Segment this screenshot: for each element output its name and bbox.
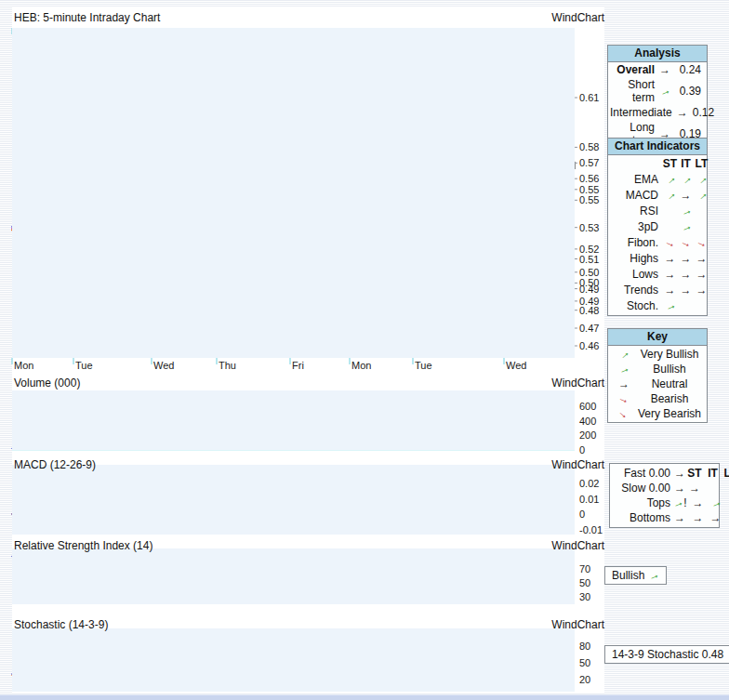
price-axis-label: 0.53 bbox=[579, 222, 599, 233]
bullish-arrow-icon: → bbox=[679, 219, 694, 234]
neutral-arrow-icon: → bbox=[677, 107, 688, 118]
key-row: →Bearish bbox=[608, 392, 707, 405]
windchart-brand-macd: WindChart bbox=[551, 458, 604, 471]
indicator-column-header: ST bbox=[662, 157, 678, 170]
neutral-arrow-icon: → bbox=[693, 512, 704, 523]
chart-indicators-header: Chart Indicators bbox=[608, 139, 707, 155]
neutral-arrow-icon: → bbox=[681, 269, 692, 280]
indicator-cell: → bbox=[694, 268, 709, 281]
price-axis-label: 0.57 bbox=[579, 157, 599, 168]
price-axis-label: 0.55 bbox=[579, 194, 599, 205]
stoch-axis-label: 20 bbox=[579, 674, 590, 685]
volume-axis-label: 0 bbox=[579, 444, 585, 456]
key-row: →Bullish bbox=[608, 363, 707, 376]
macd-plot-area[interactable] bbox=[12, 465, 575, 535]
macd-info-label: Slow 0.00 bbox=[615, 482, 670, 495]
price-axis-label: 0.51 bbox=[579, 254, 599, 265]
neutral-arrow-icon: → bbox=[689, 482, 700, 494]
main-price-plot-area[interactable] bbox=[12, 28, 575, 358]
key-arrow-cell: → bbox=[612, 348, 636, 361]
indicator-cell: → bbox=[662, 189, 678, 202]
x-axis-label: Wed bbox=[506, 360, 526, 371]
bearish-arrow-icon: → bbox=[663, 235, 678, 250]
macd-info-cell: IT bbox=[708, 467, 718, 480]
neutral-arrow-icon: → bbox=[696, 284, 708, 296]
indicator-cell: → bbox=[662, 268, 678, 281]
windchart-brand-volume: WindChart bbox=[551, 376, 604, 390]
indicator-row-label: RSI bbox=[610, 205, 662, 218]
key-arrow-cell: → bbox=[612, 407, 636, 420]
windchart-brand-stoch: WindChart bbox=[551, 618, 604, 631]
macd-info-label: Fast 0.00 bbox=[615, 467, 670, 480]
price-axis-label: 0.46 bbox=[579, 340, 599, 351]
indicator-cell: → bbox=[662, 252, 678, 265]
neutral-arrow-icon: → bbox=[618, 378, 630, 390]
price-axis-label: 0.56 bbox=[579, 173, 599, 184]
macd-info-row: Tops→!→→ bbox=[610, 495, 719, 510]
indicator-cell: → bbox=[694, 252, 709, 265]
analysis-row: Short term→0.39 bbox=[608, 77, 707, 105]
rsi-plot-area[interactable] bbox=[12, 548, 575, 604]
price-axis-label: 0.50 bbox=[579, 267, 599, 278]
analysis-row-label: Overall bbox=[610, 63, 655, 76]
stochastic-plot-area[interactable] bbox=[12, 628, 575, 692]
neutral-arrow-icon: → bbox=[710, 512, 722, 523]
stoch-status-label: 14-3-9 Stochastic 0.48 bbox=[612, 648, 723, 661]
macd-info-cell: →! bbox=[672, 496, 686, 509]
macd-info-row: Fast 0.00→STITLT bbox=[610, 466, 719, 481]
neutral-arrow-icon: → bbox=[696, 269, 708, 280]
rsi-axis-label: 70 bbox=[579, 563, 590, 575]
key-arrow-cell: → bbox=[612, 363, 636, 376]
volume-plot-area[interactable] bbox=[12, 390, 575, 450]
indicator-cell: → bbox=[694, 284, 709, 297]
indicator-cell: → bbox=[694, 189, 709, 202]
x-axis-label: Fri bbox=[292, 360, 304, 371]
bullish-arrow-icon: → bbox=[663, 298, 678, 313]
volume-panel-title: Volume (000) bbox=[14, 376, 80, 390]
key-arrow-cell: → bbox=[612, 392, 636, 405]
macd-info-row: Slow 0.00→→ bbox=[610, 481, 719, 495]
analysis-row: Overall→0.24 bbox=[608, 62, 707, 77]
neutral-arrow-icon: → bbox=[659, 64, 670, 75]
indicator-row-label: Stoch. bbox=[610, 299, 662, 312]
very-bearish-arrow-icon: → bbox=[616, 406, 632, 422]
indicator-cell: → bbox=[662, 173, 678, 186]
indicator-row-label: 3pD bbox=[610, 220, 662, 233]
indicator-row-label: MACD bbox=[610, 189, 662, 202]
neutral-arrow-icon: → bbox=[674, 482, 685, 494]
indicator-column-header: IT bbox=[678, 157, 694, 170]
key-label: Very Bullish bbox=[636, 348, 703, 361]
bearish-arrow-icon: → bbox=[679, 235, 694, 250]
indicator-cell: → bbox=[678, 205, 694, 218]
indicator-cell: → bbox=[662, 236, 678, 249]
macd-info-cells: →!→→ bbox=[670, 496, 724, 509]
windchart-page: HEB: 5-minute Intraday Chart WindChart V… bbox=[0, 0, 729, 700]
neutral-arrow-icon: → bbox=[665, 269, 676, 280]
indicator-row-label: Lows bbox=[610, 268, 662, 281]
bullish-arrow-icon: → bbox=[657, 84, 672, 99]
macd-info-label: Bottoms bbox=[615, 511, 670, 524]
key-box: Key →Very Bullish→Bullish→Neutral→Bearis… bbox=[607, 328, 708, 423]
bullish-arrow-icon: → bbox=[679, 204, 694, 218]
indicator-cell: → bbox=[694, 236, 709, 249]
indicator-cell: → bbox=[678, 220, 694, 233]
very-bullish-arrow-icon: → bbox=[662, 188, 678, 204]
very-bullish-arrow-icon: → bbox=[678, 172, 694, 188]
indicator-cell: → bbox=[678, 236, 694, 249]
neutral-arrow-icon: → bbox=[681, 190, 692, 201]
macd-info-cell: LT bbox=[724, 467, 729, 480]
indicator-row-label: Trends bbox=[610, 284, 662, 297]
neutral-arrow-icon: → bbox=[674, 512, 685, 523]
neutral-arrow-icon: → bbox=[693, 497, 704, 508]
neutral-arrow-icon: → bbox=[665, 284, 676, 296]
volume-axis-label: 400 bbox=[579, 416, 596, 427]
x-axis-label: Tue bbox=[75, 360, 93, 371]
neutral-arrow-icon: → bbox=[681, 253, 692, 264]
rsi-axis-label: 50 bbox=[579, 577, 590, 588]
x-axis-label: Wed bbox=[153, 360, 174, 371]
x-axis-label: Mon bbox=[14, 360, 33, 371]
x-axis-label: Mon bbox=[351, 360, 371, 371]
macd-info-cells: STITLT bbox=[685, 467, 729, 480]
indicator-cell: → bbox=[694, 173, 709, 186]
windchart-brand-rsi: WindChart bbox=[551, 539, 604, 552]
